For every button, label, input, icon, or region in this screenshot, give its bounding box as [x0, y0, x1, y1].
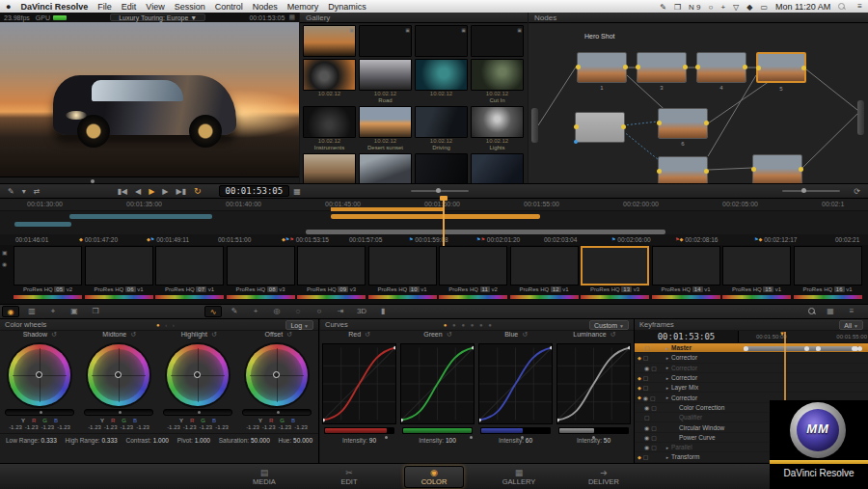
- clip-marker[interactable]: ◆⚑⚑ 00:01:53:15: [282, 236, 329, 243]
- expand-arrow-icon[interactable]: ▸: [664, 365, 671, 370]
- gallery-thumbnail[interactable]: [415, 153, 468, 183]
- video-track-bar-2[interactable]: [14, 222, 71, 227]
- node-1[interactable]: 1: [577, 52, 627, 83]
- row-checkbox[interactable]: ▢: [643, 354, 649, 361]
- node-output-pin[interactable]: [704, 169, 709, 174]
- clip-thumbnail[interactable]: [510, 246, 579, 285]
- gallery-thumbnail[interactable]: [359, 106, 412, 138]
- row-checkbox[interactable]: ▢: [651, 444, 657, 450]
- wheels-mode-dropdown[interactable]: Log ▼: [285, 320, 313, 330]
- loop-button[interactable]: ↻: [194, 186, 202, 196]
- keyframes-ruler[interactable]: 00:01:50:00 00:01:55:00 ▼: [739, 331, 868, 342]
- menu-item-view[interactable]: View: [146, 2, 164, 12]
- node-input-pin[interactable]: [756, 66, 761, 70]
- clip-thumbnail[interactable]: [155, 246, 224, 285]
- page-dots[interactable]: ● ‹ ›: [46, 322, 285, 328]
- window-icon[interactable]: +: [247, 306, 264, 317]
- gallery-item[interactable]: 10.02.12: [415, 153, 468, 183]
- page-tab-color[interactable]: ◉COLOR: [404, 466, 464, 488]
- node-input-pin[interactable]: [574, 124, 579, 129]
- master-wheel-shadow[interactable]: [5, 409, 74, 416]
- clip-marker[interactable]: ◆⚑ 00:01:49:11: [147, 236, 189, 243]
- node-5[interactable]: 5: [756, 52, 806, 83]
- play-button[interactable]: ▶: [149, 187, 154, 196]
- master-knob[interactable]: [277, 411, 280, 414]
- lock-icon[interactable]: ◉: [644, 404, 649, 411]
- color-wheel-shadow[interactable]: [9, 344, 70, 406]
- status-icon-2[interactable]: N 9: [689, 3, 700, 12]
- go-start-button[interactable]: ▮◀: [117, 187, 127, 196]
- gallery-thumbnail[interactable]: [471, 153, 524, 183]
- video-track-bar[interactable]: [69, 214, 212, 219]
- node-6[interactable]: 6: [658, 108, 708, 139]
- node-input-pin[interactable]: [657, 121, 662, 125]
- clip-thumbnail[interactable]: [368, 246, 437, 285]
- wheel-param-lowrange[interactable]: Low Range: 0.333: [6, 437, 57, 444]
- timeline-clip-08[interactable]: ProRes HQ 08 v3: [227, 246, 295, 299]
- row-checkbox[interactable]: ▢: [644, 344, 650, 351]
- clip-marker[interactable]: ◆ 00:01:47:20: [79, 236, 118, 243]
- clip-thumbnail[interactable]: [652, 246, 720, 285]
- sizing-icon[interactable]: ⇥: [332, 306, 349, 317]
- wheel-param-hue[interactable]: Hue: 50.000: [279, 437, 312, 444]
- timeline-clip-15[interactable]: ProRes HQ 15 v1: [722, 246, 791, 299]
- clip-marker[interactable]: ⚑ 00:02:06:00: [611, 236, 651, 243]
- clip-marker[interactable]: ⚑◆ 00:02:12:17: [754, 236, 798, 243]
- blur-icon[interactable]: ◌: [289, 306, 307, 317]
- gallery-thumbnail[interactable]: [415, 59, 468, 91]
- node-gray[interactable]: [575, 112, 625, 143]
- viewer-jog-bar[interactable]: [0, 177, 299, 183]
- status-icon-6[interactable]: ◆: [746, 3, 752, 12]
- graded-track-bar[interactable]: [331, 214, 540, 219]
- curve-graph-luminance[interactable]: [556, 343, 631, 424]
- node-input-pin[interactable]: [636, 65, 640, 69]
- gallery-thumbnail[interactable]: ▣: [471, 25, 524, 57]
- gallery-item[interactable]: ▣: [415, 25, 468, 57]
- row-checkbox[interactable]: ▢: [651, 434, 657, 441]
- viewer-image[interactable]: [0, 22, 299, 177]
- clip-marker[interactable]: 00:01:46:01: [15, 236, 48, 243]
- timeline-tracks[interactable]: [0, 211, 868, 234]
- tracker-icon[interactable]: ◎: [268, 306, 285, 317]
- row-checkbox[interactable]: ▢: [651, 404, 657, 411]
- step-back-button[interactable]: ◀: [135, 187, 141, 196]
- gallery-item[interactable]: 10.02.12Lights: [471, 106, 524, 151]
- menubar-clock[interactable]: Mon 11:20 AM: [775, 2, 830, 12]
- node-3[interactable]: 3: [637, 52, 687, 83]
- stereo-3d-icon[interactable]: 3D: [353, 306, 370, 317]
- expand-arrow-icon[interactable]: ▸: [664, 345, 671, 351]
- row-checkbox[interactable]: ▢: [650, 394, 656, 401]
- clip-thumbnail[interactable]: [297, 246, 366, 285]
- page-tab-gallery[interactable]: ▦GALLERY: [489, 468, 549, 486]
- wheel-center-handle[interactable]: [36, 371, 42, 378]
- search-icon[interactable]: [808, 308, 816, 315]
- intensity-handle[interactable]: [592, 436, 595, 439]
- timeline-clip-06[interactable]: ProRes HQ 06 v1: [85, 246, 153, 299]
- reset-icon[interactable]: ↺: [610, 331, 616, 338]
- reset-icon[interactable]: ↺: [522, 331, 528, 338]
- row-checkbox[interactable]: ▢: [643, 384, 649, 391]
- lock-icon[interactable]: ◉: [644, 424, 649, 431]
- reset-icon[interactable]: ↺: [286, 331, 292, 338]
- timeline-clip-10[interactable]: ProRes HQ 10 v1: [368, 246, 437, 299]
- curve-graph-blue[interactable]: [478, 343, 553, 424]
- menu-item-control[interactable]: Control: [215, 2, 243, 12]
- timeline-clip-16[interactable]: ProRes HQ 16 v1: [794, 246, 862, 299]
- gallery-thumbnail[interactable]: [415, 106, 468, 138]
- intensity-handle[interactable]: [385, 436, 388, 439]
- master-wheel-offset[interactable]: [242, 409, 312, 416]
- lock-icon[interactable]: ◉: [644, 434, 649, 441]
- node-8[interactable]: 8: [752, 154, 802, 185]
- node-output-pin[interactable]: [743, 65, 747, 69]
- node-4[interactable]: 4: [696, 52, 746, 83]
- stills-icon[interactable]: ❒: [87, 306, 104, 317]
- curves-icon[interactable]: ∿: [204, 306, 222, 317]
- track-lock-icon[interactable]: ◉: [2, 260, 7, 267]
- clip-marker[interactable]: 00:02:03:04: [544, 236, 577, 243]
- key-icon[interactable]: ○: [311, 306, 328, 317]
- go-end-button[interactable]: ▶▮: [176, 187, 186, 196]
- clip-timecode-ruler[interactable]: 00:01:46:01◆ 00:01:47:20◆⚑ 00:01:49:11 0…: [0, 234, 868, 245]
- source-input-bar[interactable]: [531, 108, 538, 143]
- gallery-item[interactable]: 10.02.12Cut In: [471, 59, 524, 104]
- color-wheel-highlight[interactable]: [167, 344, 229, 406]
